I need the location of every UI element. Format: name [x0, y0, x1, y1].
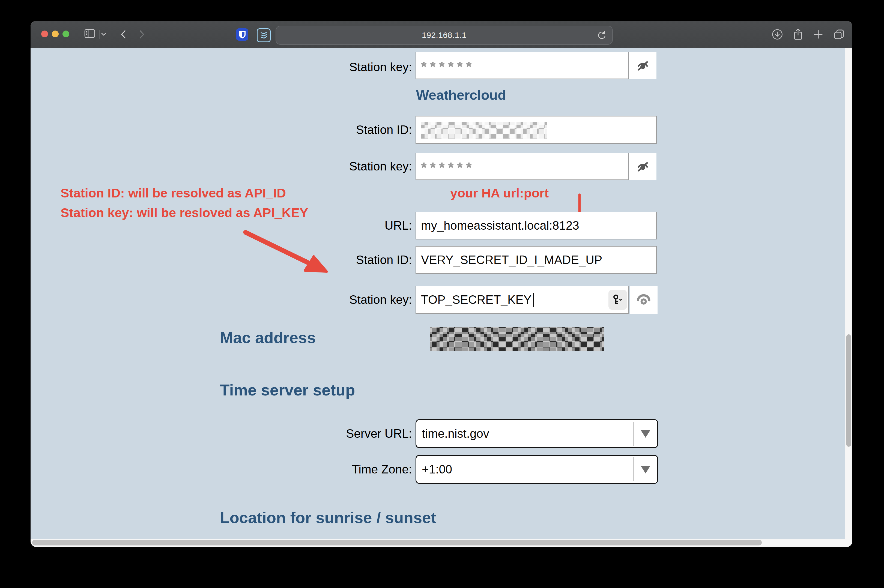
station-key-label: Station key: [295, 291, 412, 308]
forward-icon[interactable] [139, 30, 145, 39]
url-input[interactable]: my_homeassistant.local:8123 [416, 212, 657, 240]
station-id-value: VERY_SECRET_ID_I_MADE_UP [421, 253, 602, 267]
eye-slash-icon [636, 159, 650, 173]
server-url-select[interactable]: time.nist.gov [416, 419, 658, 448]
browser-toolbar: 192.168.1.1 [30, 21, 852, 48]
reload-icon[interactable] [597, 31, 606, 39]
select-divider [633, 458, 634, 482]
key-icon [612, 294, 624, 306]
server-url-label: Server URL: [295, 426, 412, 442]
weathercloud-heading: Weathercloud [416, 87, 506, 103]
redacted-mac-address-value [430, 327, 604, 351]
redacted-station-id-value [421, 122, 547, 139]
station-key-top-toggle-visibility-button[interactable] [629, 52, 656, 79]
url-value: my_homeassistant.local:8123 [421, 219, 579, 232]
password-autofill-button[interactable] [608, 290, 627, 310]
downloads-icon[interactable] [771, 28, 783, 40]
vertical-scrollbar-thumb[interactable] [846, 334, 851, 447]
new-tab-icon[interactable] [813, 29, 824, 39]
url-label: URL: [295, 218, 412, 234]
time-zone-select[interactable]: +1:00 [416, 455, 658, 484]
station-id-input[interactable]: VERY_SECRET_ID_I_MADE_UP [416, 246, 657, 274]
masked-password-text: ****** [421, 159, 475, 176]
wc-station-id-label: Station ID: [295, 122, 412, 138]
horizontal-scrollbar-thumb[interactable] [32, 540, 762, 546]
masked-password-text: ****** [421, 58, 475, 75]
share-icon[interactable] [792, 28, 804, 40]
dropdown-arrow-icon [641, 466, 650, 474]
chevron-down-icon[interactable] [101, 33, 106, 36]
tab-overview-icon[interactable] [833, 28, 845, 40]
time-zone-label: Time Zone: [295, 461, 412, 477]
station-key-top-input[interactable]: ****** [416, 52, 629, 79]
checklist-extension-icon[interactable] [257, 28, 271, 42]
time-server-heading: Time server setup [220, 381, 355, 399]
annotation-line-2: Station key: will be resloved as API_KEY [60, 205, 308, 220]
station-key-value: TOP_SECRET_KEY [421, 293, 531, 306]
sidebar-icon[interactable] [84, 29, 95, 38]
close-window-button[interactable] [41, 30, 48, 38]
bitwarden-extension-icon[interactable] [236, 28, 248, 40]
server-url-value: time.nist.gov [422, 427, 489, 441]
dropdown-arrow-icon [641, 430, 650, 438]
eye-slash-icon [636, 58, 650, 72]
eye-icon [636, 292, 651, 307]
station-id-label: Station ID: [295, 252, 412, 268]
address-text: 192.168.1.1 [422, 30, 467, 40]
wc-station-key-label: Station key: [295, 158, 412, 174]
vertical-scrollbar-track[interactable] [845, 48, 852, 547]
address-bar[interactable]: 192.168.1.1 [276, 26, 613, 45]
minimize-window-button[interactable] [52, 30, 59, 38]
mac-address-heading: Mac address [220, 328, 316, 346]
station-key-top-label: Station key: [295, 59, 412, 75]
annotation-ha-note: your HA url:port [450, 186, 549, 201]
browser-window: 192.168.1.1 [30, 21, 852, 547]
text-caret [533, 292, 534, 307]
station-key-input[interactable]: TOP_SECRET_KEY [416, 286, 629, 314]
location-heading: Location for sunrise / sunset [220, 508, 436, 526]
toolbar-separator [99, 30, 100, 39]
zoom-window-button[interactable] [63, 30, 69, 38]
select-divider [633, 422, 634, 446]
annotation-line-1: Station ID: will be resolved as API_ID [60, 186, 286, 201]
wc-station-key-toggle-visibility-button[interactable] [629, 153, 656, 180]
station-key-toggle-visibility-button[interactable] [630, 286, 657, 314]
wc-station-key-input[interactable]: ****** [416, 153, 629, 180]
back-icon[interactable] [121, 30, 126, 39]
time-zone-value: +1:00 [422, 462, 452, 476]
